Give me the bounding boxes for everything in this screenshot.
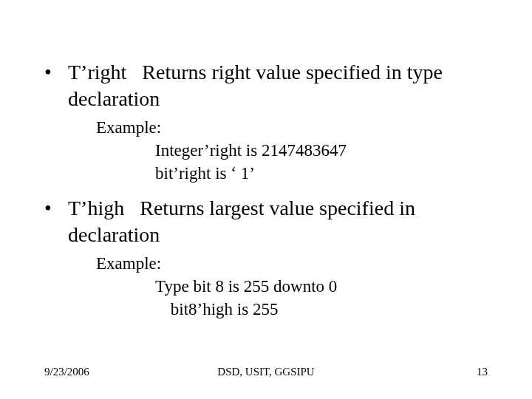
footer-center: DSD, USIT, GGSIPU: [44, 366, 488, 378]
bullet-item: • T’high Returns largest value specified…: [44, 195, 488, 249]
bullet-text: T’high Returns largest value specified i…: [68, 195, 488, 249]
example-line: Type bit 8 is 255 downto 0: [155, 275, 488, 298]
slide: • T’right Returns right value specified …: [0, 0, 532, 399]
example-line: Integer’right is 2147483647: [155, 139, 488, 162]
slide-content: • T’right Returns right value specified …: [44, 59, 488, 321]
slide-footer: 9/23/2006 DSD, USIT, GGSIPU 13: [44, 366, 488, 378]
example-line: bit8’high is 255: [166, 298, 488, 321]
bullet-dot: •: [44, 195, 68, 249]
bullet-dot: •: [44, 59, 68, 113]
bullet-item: • T’right Returns right value specified …: [44, 59, 488, 113]
bullet-block: • T’high Returns largest value specified…: [44, 195, 488, 321]
example-label: Example:: [96, 252, 488, 275]
bullet-text: T’right Returns right value specified in…: [68, 59, 488, 113]
example-line: bit’right is ‘ 1’: [155, 162, 488, 185]
example-label: Example:: [96, 116, 488, 139]
